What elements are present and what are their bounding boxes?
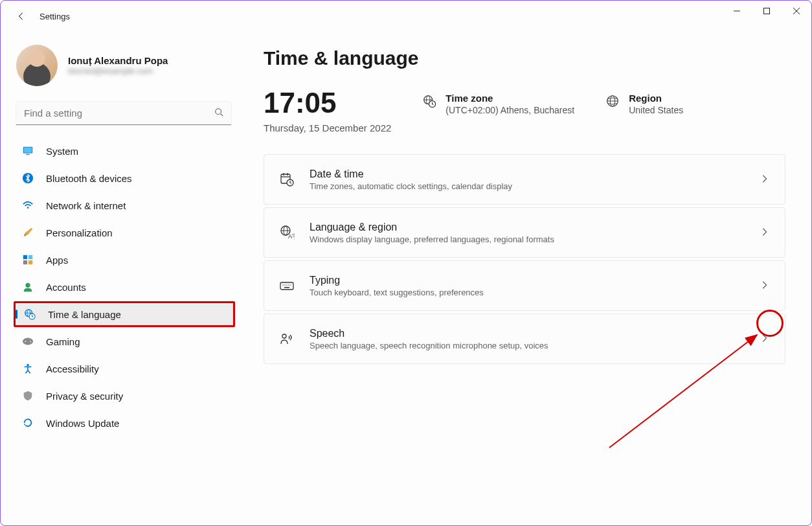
svg-rect-7 — [24, 148, 32, 153]
timezone-block: Time zone (UTC+02:00) Athens, Bucharest — [422, 93, 574, 115]
sidebar-item-system[interactable]: System — [14, 138, 235, 164]
search-icon — [214, 108, 223, 119]
svg-rect-47 — [284, 287, 289, 288]
nav-label: Privacy & security — [46, 391, 123, 402]
svg-point-4 — [216, 109, 221, 115]
chevron-right-icon — [760, 174, 771, 185]
window-controls — [722, 1, 811, 21]
sidebar-item-accounts[interactable]: Accounts — [14, 274, 235, 300]
card-title: Language & region — [310, 222, 746, 233]
chevron-right-icon — [760, 280, 771, 291]
timezone-value: (UTC+02:00) Athens, Bucharest — [445, 105, 574, 115]
search-box — [16, 102, 231, 125]
svg-rect-13 — [23, 260, 27, 264]
svg-point-22 — [30, 340, 30, 341]
svg-rect-41 — [280, 282, 293, 290]
svg-rect-12 — [28, 255, 32, 259]
svg-point-48 — [282, 334, 286, 338]
speech-icon — [278, 330, 295, 347]
minimize-button[interactable] — [722, 1, 752, 21]
svg-rect-8 — [26, 154, 29, 155]
update-icon — [21, 417, 34, 429]
titlebar: Settings — [1, 1, 811, 32]
card-language-region[interactable]: A字 Language & region Windows display lan… — [264, 207, 785, 258]
card-subtitle: Time zones, automatic clock settings, ca… — [310, 181, 746, 191]
main-content: Time & language 17:05 Thursday, 15 Decem… — [240, 32, 811, 525]
wifi-icon — [21, 199, 34, 212]
svg-text:A字: A字 — [288, 233, 295, 240]
page-title: Time & language — [264, 47, 785, 69]
nav-label: Time & language — [48, 309, 121, 320]
gamepad-icon — [21, 335, 34, 348]
card-title: Date & time — [310, 168, 746, 180]
globe-icon — [605, 94, 620, 108]
region-label: Region — [629, 93, 683, 104]
sidebar-item-bluetooth[interactable]: Bluetooth & devices — [14, 165, 235, 191]
svg-point-43 — [284, 284, 285, 285]
back-button[interactable] — [11, 6, 32, 27]
svg-rect-14 — [28, 260, 32, 264]
card-date-time[interactable]: Date & time Time zones, automatic clock … — [264, 154, 785, 205]
nav-label: Accounts — [46, 282, 86, 293]
clock-time: 17:05 — [264, 89, 391, 117]
sidebar-item-personalization[interactable]: Personalization — [14, 220, 235, 246]
card-title: Typing — [310, 275, 746, 286]
card-subtitle: Speech language, speech recognition micr… — [310, 341, 746, 350]
accessibility-icon — [21, 362, 34, 375]
person-icon — [21, 280, 34, 293]
sidebar-item-privacy[interactable]: Privacy & security — [14, 383, 235, 409]
globe-clock-icon — [422, 94, 436, 108]
nav-label: System — [46, 146, 78, 157]
nav-label: Personalization — [46, 227, 113, 238]
nav-list: System Bluetooth & devices Network & int… — [14, 138, 235, 436]
profile-name: Ionuț Alexandru Popa — [68, 55, 168, 66]
card-typing[interactable]: Typing Touch keyboard, text suggestions,… — [264, 260, 785, 311]
card-subtitle: Touch keyboard, text suggestions, prefer… — [310, 288, 746, 297]
apps-icon — [21, 253, 34, 266]
region-block: Region United States — [605, 93, 683, 115]
monitor-icon — [21, 144, 34, 157]
avatar — [16, 45, 58, 86]
app-title: Settings — [39, 12, 70, 21]
svg-point-23 — [30, 341, 31, 342]
close-button[interactable] — [782, 1, 811, 21]
sidebar: Ionuț Alexandru Popa blurred@example.com… — [1, 32, 240, 525]
profile-email: blurred@example.com — [68, 66, 168, 76]
sidebar-item-apps[interactable]: Apps — [14, 247, 235, 273]
maximize-button[interactable] — [752, 1, 782, 21]
language-icon: A字 — [278, 224, 295, 241]
svg-point-24 — [27, 364, 29, 367]
nav-label: Apps — [46, 255, 68, 266]
region-value: United States — [629, 105, 683, 115]
svg-point-10 — [27, 207, 29, 209]
clock-date: Thursday, 15 December 2022 — [264, 122, 391, 133]
svg-point-46 — [290, 284, 291, 285]
profile-block[interactable]: Ionuț Alexandru Popa blurred@example.com — [14, 40, 235, 99]
status-row: 17:05 Thursday, 15 December 2022 Time zo… — [264, 89, 785, 133]
card-speech[interactable]: Speech Speech language, speech recogniti… — [264, 314, 785, 364]
svg-point-20 — [23, 338, 33, 345]
sidebar-item-windows-update[interactable]: Windows Update — [14, 410, 235, 436]
shield-icon — [21, 389, 34, 402]
search-input[interactable] — [16, 102, 231, 125]
svg-rect-1 — [764, 8, 770, 14]
paintbrush-icon — [21, 226, 34, 239]
svg-rect-11 — [23, 255, 27, 259]
sidebar-item-network[interactable]: Network & internet — [14, 192, 235, 218]
svg-line-5 — [221, 114, 223, 117]
sidebar-item-time-language[interactable]: Time & language — [14, 301, 235, 327]
nav-label: Bluetooth & devices — [46, 173, 132, 184]
svg-point-21 — [25, 341, 27, 342]
sidebar-item-gaming[interactable]: Gaming — [14, 328, 235, 354]
globe-clock-icon — [23, 308, 36, 321]
card-subtitle: Windows display language, preferred lang… — [310, 234, 746, 244]
svg-point-45 — [288, 284, 289, 285]
clock-block: 17:05 Thursday, 15 December 2022 — [264, 89, 391, 133]
nav-label: Network & internet — [46, 200, 126, 211]
keyboard-icon — [278, 277, 295, 294]
sidebar-item-accessibility[interactable]: Accessibility — [14, 356, 235, 382]
card-title: Speech — [310, 328, 746, 339]
chevron-right-icon — [760, 334, 771, 344]
nav-label: Accessibility — [46, 363, 99, 374]
calendar-clock-icon — [278, 171, 295, 188]
